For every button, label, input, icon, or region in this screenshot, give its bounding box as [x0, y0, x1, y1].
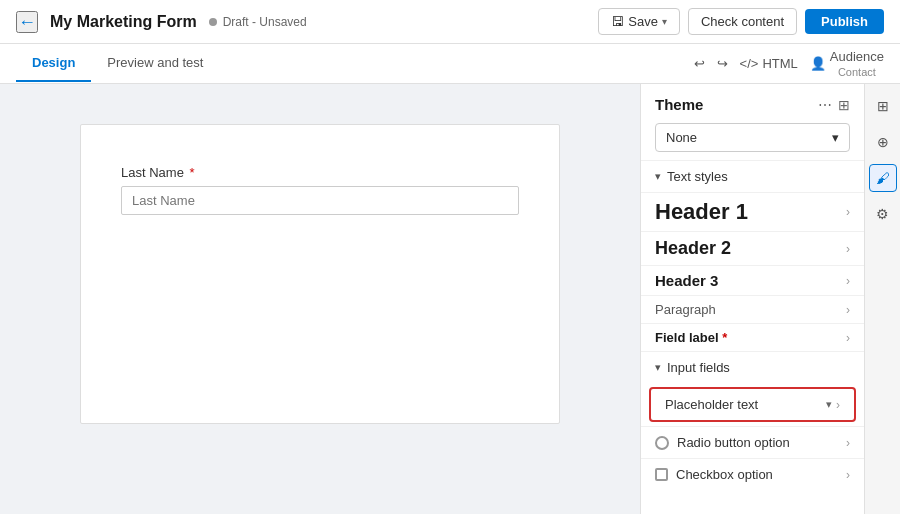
header2-style-item[interactable]: Header 2 ›	[641, 231, 864, 265]
page-title: My Marketing Form	[50, 13, 197, 31]
audience-label: AudienceContact	[830, 49, 884, 79]
html-button[interactable]: </> HTML	[740, 56, 798, 71]
save-chevron-icon: ▾	[662, 16, 667, 27]
header1-chevron-icon: ›	[846, 205, 850, 219]
placeholder-text-item[interactable]: Placeholder text ▾ ›	[649, 387, 856, 422]
header2-label: Header 2	[655, 238, 731, 259]
right-panel: Theme ⋯ ⊞ None ▾ ▾ Text styles Header 1	[640, 84, 900, 514]
checkbox-option-item[interactable]: Checkbox option ›	[641, 458, 864, 490]
canvas-area: Last Name *	[0, 84, 640, 514]
tabs: Design Preview and test	[16, 45, 219, 82]
grid-icon: ⊞	[877, 98, 889, 114]
input-fields-section-header[interactable]: ▾ Input fields	[641, 351, 864, 383]
settings-icon: ⚙	[876, 206, 889, 222]
last-name-input[interactable]	[121, 186, 519, 215]
theme-header: Theme ⋯ ⊞	[655, 96, 850, 113]
checkbox-left: Checkbox option	[655, 467, 773, 482]
placeholder-label: Placeholder text	[665, 397, 758, 412]
theme-more-icon[interactable]: ⋯	[818, 97, 832, 113]
check-content-button[interactable]: Check content	[688, 8, 797, 35]
tabbar: Design Preview and test ↩ ↪ </> HTML 👤 A…	[0, 44, 900, 84]
radio-chevron-icon: ›	[846, 436, 850, 450]
redo-icon: ↪	[717, 56, 728, 71]
sidebar-settings-button[interactable]: ⚙	[869, 200, 897, 228]
radio-label: Radio button option	[677, 435, 790, 450]
undo-button[interactable]: ↩	[694, 56, 705, 71]
checkbox-chevron-icon: ›	[846, 468, 850, 482]
field-label-chevron-icon: ›	[846, 331, 850, 345]
tab-actions: ↩ ↪ </> HTML 👤 AudienceContact	[694, 49, 884, 79]
theme-dropdown[interactable]: None ▾	[655, 123, 850, 152]
draft-label: Draft - Unsaved	[223, 15, 307, 29]
field-label-style-item[interactable]: Field label * ›	[641, 323, 864, 351]
header3-style-item[interactable]: Header 3 ›	[641, 265, 864, 295]
panel-main: Theme ⋯ ⊞ None ▾ ▾ Text styles Header 1	[641, 84, 864, 514]
text-styles-section-header[interactable]: ▾ Text styles	[641, 160, 864, 192]
html-label: HTML	[762, 56, 797, 71]
header1-style-item[interactable]: Header 1 ›	[641, 192, 864, 231]
required-star: *	[190, 165, 195, 180]
theme-chevron-icon: ▾	[832, 130, 839, 145]
radio-left: Radio button option	[655, 435, 790, 450]
sidebar-grid-button[interactable]: ⊞	[869, 92, 897, 120]
publish-label: Publish	[821, 14, 868, 29]
back-button[interactable]: ←	[16, 11, 38, 33]
theme-layout-icon[interactable]: ⊞	[838, 97, 850, 113]
style-icon: 🖌	[876, 170, 890, 186]
save-icon: 🖫	[611, 14, 624, 29]
theme-header-icons: ⋯ ⊞	[818, 97, 850, 113]
topbar: ← My Marketing Form Draft - Unsaved 🖫 Sa…	[0, 0, 900, 44]
paragraph-label: Paragraph	[655, 302, 716, 317]
paragraph-style-item[interactable]: Paragraph ›	[641, 295, 864, 323]
save-label: Save	[628, 14, 658, 29]
add-icon: ⊕	[877, 134, 889, 150]
main: Last Name * Theme ⋯ ⊞ None	[0, 84, 900, 514]
header3-chevron-icon: ›	[846, 274, 850, 288]
checkbox-box-icon	[655, 468, 668, 481]
theme-option: None	[666, 130, 697, 145]
text-styles-title: Text styles	[667, 169, 728, 184]
placeholder-dropdown-icon: ▾	[826, 398, 832, 411]
checkbox-label: Checkbox option	[676, 467, 773, 482]
last-name-label: Last Name *	[121, 165, 519, 180]
topbar-right: 🖫 Save ▾ Check content Publish	[598, 8, 884, 35]
text-styles-chevron-icon: ▾	[655, 170, 661, 183]
redo-button[interactable]: ↪	[717, 56, 728, 71]
header1-label: Header 1	[655, 199, 748, 225]
tab-preview[interactable]: Preview and test	[91, 45, 219, 82]
check-content-label: Check content	[701, 14, 784, 29]
audience-button[interactable]: 👤 AudienceContact	[810, 49, 884, 79]
header3-label: Header 3	[655, 272, 718, 289]
form-canvas: Last Name *	[80, 124, 560, 424]
sidebar-style-button[interactable]: 🖌	[869, 164, 897, 192]
panel-sidebar: ⊞ ⊕ 🖌 ⚙	[864, 84, 900, 514]
sidebar-add-button[interactable]: ⊕	[869, 128, 897, 156]
radio-button-option-item[interactable]: Radio button option ›	[641, 426, 864, 458]
field-label-required-star: *	[722, 330, 727, 345]
input-fields-chevron-icon: ▾	[655, 361, 661, 374]
draft-dot-icon	[209, 18, 217, 26]
radio-circle-icon	[655, 436, 669, 450]
publish-button[interactable]: Publish	[805, 9, 884, 34]
last-name-field-group: Last Name *	[121, 165, 519, 215]
header2-chevron-icon: ›	[846, 242, 850, 256]
tab-design[interactable]: Design	[16, 45, 91, 82]
theme-title: Theme	[655, 96, 703, 113]
undo-icon: ↩	[694, 56, 705, 71]
placeholder-chevron-icon: ›	[836, 398, 840, 412]
topbar-left: ← My Marketing Form Draft - Unsaved	[16, 11, 307, 33]
save-button[interactable]: 🖫 Save ▾	[598, 8, 680, 35]
input-fields-title: Input fields	[667, 360, 730, 375]
field-label-text: Field label *	[655, 330, 727, 345]
draft-badge: Draft - Unsaved	[209, 15, 307, 29]
html-icon: </>	[740, 56, 759, 71]
theme-section: Theme ⋯ ⊞ None ▾	[641, 84, 864, 160]
audience-icon: 👤	[810, 56, 826, 71]
paragraph-chevron-icon: ›	[846, 303, 850, 317]
